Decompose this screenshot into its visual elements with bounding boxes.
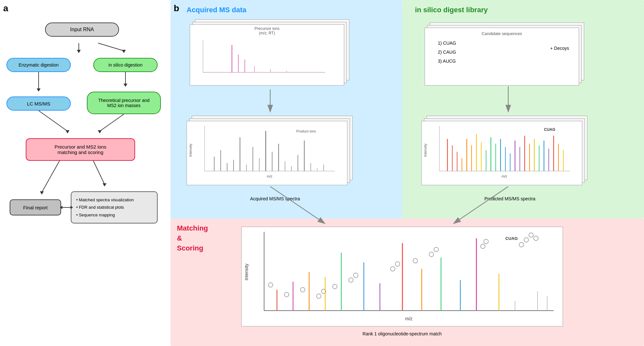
svg-text:Product ions: Product ions bbox=[296, 129, 316, 133]
panel-b: b Acquired MS data in silico digest libr… bbox=[170, 0, 644, 346]
pred-card-front: Intensity m/z bbox=[421, 121, 582, 185]
final-report-box: Final report bbox=[10, 199, 61, 215]
enzymatic-box: Enzymatic digestion bbox=[6, 58, 71, 72]
decoys-text: + Decoys bbox=[550, 46, 569, 51]
precursor-card-front: Precursor ions(m/z, RT) bbox=[190, 24, 344, 86]
svg-marker-9 bbox=[66, 130, 69, 133]
svg-point-91 bbox=[349, 278, 353, 282]
output-item-3: • Sequence mapping bbox=[76, 211, 152, 219]
svg-marker-1 bbox=[77, 50, 81, 53]
svg-text:Intensity: Intensity bbox=[189, 143, 192, 157]
svg-point-97 bbox=[434, 247, 438, 252]
svg-marker-3 bbox=[122, 50, 126, 53]
svg-line-12 bbox=[42, 161, 60, 192]
theoretical-box: Theoretical precursor and MS2 ion masses bbox=[87, 92, 161, 114]
svg-point-103 bbox=[534, 236, 538, 241]
svg-point-93 bbox=[391, 267, 395, 271]
svg-point-88 bbox=[317, 294, 321, 298]
section-green-label: in silico digest library bbox=[415, 6, 488, 14]
svg-marker-7 bbox=[124, 84, 127, 87]
candidates-stack: Candidate sequences 1) CUAG 2) CAUG 3) A… bbox=[425, 23, 592, 87]
cand-card-front: Candidate sequences 1) CUAG 2) CAUG 3) A… bbox=[425, 28, 579, 86]
acquired-spectra-label: Acquired MS/MS spectra bbox=[187, 196, 363, 201]
svg-line-2 bbox=[98, 43, 124, 51]
svg-marker-13 bbox=[40, 191, 44, 195]
matching-chart-svg: Intensity m/z bbox=[242, 227, 563, 327]
svg-point-101 bbox=[524, 238, 529, 242]
candidate-list: 1) CUAG 2) CAUG 3) AUCG bbox=[438, 39, 572, 66]
precursor-stack: Precursor ions(m/z, RT) bbox=[190, 19, 357, 87]
lcms-box: LC MS/MS bbox=[6, 96, 71, 111]
svg-marker-5 bbox=[37, 88, 41, 92]
svg-point-87 bbox=[300, 287, 305, 292]
svg-line-10 bbox=[100, 114, 124, 131]
svg-text:m/z: m/z bbox=[267, 174, 272, 178]
section-blue-label: Acquired MS data bbox=[187, 6, 246, 14]
svg-text:Intensity: Intensity bbox=[423, 143, 427, 157]
candidate-title: Candidate sequences bbox=[431, 31, 572, 36]
svg-text:CUAG: CUAG bbox=[505, 236, 518, 241]
section-pink-label: Matching & Scoring bbox=[177, 223, 208, 253]
precursor-title: Precursor ions(m/z, RT) bbox=[190, 25, 344, 35]
svg-point-94 bbox=[395, 262, 400, 266]
candidate-item-3: 3) AUCG bbox=[438, 57, 572, 66]
svg-point-90 bbox=[333, 284, 337, 289]
rank1-label: Rank 1 oligonucleotide-spectrum match bbox=[241, 331, 563, 336]
svg-point-86 bbox=[284, 292, 289, 297]
msms-stack: Intensity m/z bbox=[187, 116, 363, 190]
input-rna-box: Input RNA bbox=[45, 23, 119, 37]
msms-card-front: Intensity m/z bbox=[187, 121, 347, 185]
matching-box: Precursor and MS2 ions matching and scor… bbox=[26, 138, 135, 161]
svg-point-98 bbox=[481, 244, 485, 249]
msms-chart: Intensity m/z bbox=[187, 121, 341, 179]
svg-point-96 bbox=[429, 252, 434, 257]
panel-b-label: b bbox=[174, 3, 179, 14]
output-item-2: • FDR and statistical plots bbox=[76, 204, 152, 211]
svg-point-100 bbox=[519, 242, 524, 247]
svg-marker-11 bbox=[98, 130, 102, 133]
panel-a-label: a bbox=[3, 3, 8, 14]
svg-text:Intensity: Intensity bbox=[244, 264, 249, 280]
svg-line-8 bbox=[39, 111, 68, 131]
flow-container: Input RNA Enzymatic digestion in silico … bbox=[3, 16, 167, 338]
matching-chart: Intensity m/z bbox=[241, 227, 563, 326]
predicted-stack: Intensity m/z bbox=[421, 116, 598, 190]
precursor-chart bbox=[190, 37, 332, 79]
svg-point-95 bbox=[413, 259, 418, 263]
svg-text:m/z: m/z bbox=[501, 174, 507, 178]
panel-a: a Input RNA Enzymatic digestion in silic… bbox=[0, 0, 170, 346]
svg-point-85 bbox=[268, 283, 273, 287]
svg-text:CUAG: CUAG bbox=[544, 127, 555, 132]
predicted-spectra-label: Predicted MS/MS spectra bbox=[421, 196, 598, 201]
svg-point-92 bbox=[354, 273, 358, 278]
output-item-1: • Matched spectra visualization bbox=[76, 196, 152, 204]
outputs-box: • Matched spectra visualization • FDR an… bbox=[71, 191, 158, 223]
svg-line-14 bbox=[93, 161, 105, 184]
insilico-box: in silico digestion bbox=[93, 58, 158, 72]
svg-text:m/z: m/z bbox=[405, 316, 413, 321]
svg-marker-15 bbox=[103, 183, 106, 187]
predicted-chart: Intensity m/z bbox=[422, 121, 576, 179]
svg-point-99 bbox=[484, 239, 488, 244]
svg-point-102 bbox=[529, 233, 533, 237]
